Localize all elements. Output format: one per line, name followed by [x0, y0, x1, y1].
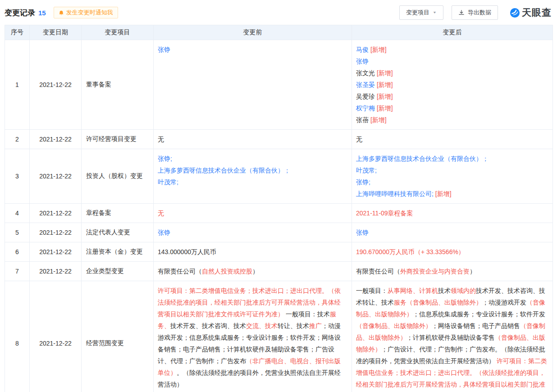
text-segment: 无 — [356, 136, 362, 143]
chevron-down-icon: ▼ — [433, 11, 437, 14]
export-data-button[interactable]: 导出数据 — [452, 5, 498, 20]
cell-line: 2021-11-09章程备案 — [356, 207, 547, 219]
cell-line: 无 — [158, 133, 346, 145]
cell-no: 3 — [5, 149, 30, 204]
text-segment: 吴爱珍 — [356, 93, 375, 100]
cell-item: 经营范围变更 — [82, 281, 154, 392]
cell-item: 许可经营项目变更 — [82, 130, 154, 149]
new-tag: [新增] — [369, 46, 387, 53]
entity-link[interactable]: 马俊 — [356, 46, 369, 53]
cell-before: 张铮 — [154, 40, 352, 130]
entity-link[interactable]: 张铮 — [158, 229, 170, 236]
export-button-label: 导出数据 — [468, 9, 491, 17]
cell-line: 143.000000万人民币 — [158, 246, 346, 258]
cell-no: 1 — [5, 40, 30, 130]
cell-before: 张铮;上海多萝西呀信息技术合伙企业（有限合伙）；叶茂常; — [154, 149, 352, 204]
entity-link[interactable]: 上海多萝西呀信息技术合伙企业（有限合伙）； — [158, 167, 290, 174]
cell-line: 张铮 — [158, 227, 346, 238]
cell-line: 张文光 [新增] — [356, 67, 547, 79]
table-row: 12021-12-22董事备案张铮马俊 [新增]张铮张文光 [新增]张圣晏 [新… — [5, 40, 553, 130]
text-segment: 转让、技术 — [278, 322, 309, 329]
filter-button-label: 变更项目 — [406, 9, 429, 17]
column-header: 变更后 — [352, 25, 553, 40]
cell-line: 上海哔哩哔哩科技有限公司; [新增] — [356, 188, 547, 200]
table-row: 32021-12-22投资人（股权）变更张铮;上海多萝西呀信息技术合伙企业（有限… — [5, 149, 553, 204]
entity-link[interactable]: 张铮; — [356, 178, 370, 186]
new-tag: [新增] — [375, 105, 393, 112]
cell-line: 有限责任公司（外商投资企业与内资合资） — [356, 265, 547, 277]
entity-link[interactable]: 张铮 — [356, 58, 369, 65]
column-header: 序号 — [5, 25, 30, 40]
cell-no: 7 — [5, 262, 30, 281]
text-segment: 自然人投资或控股 — [202, 268, 252, 275]
text-segment: 2021-11-09章程备案 — [356, 210, 413, 217]
text-segment: 从事网络、计算机 — [388, 287, 438, 294]
notify-on-change-button[interactable]: 发生变更时通知我 — [54, 7, 118, 18]
text-segment: ；信息系统集成服务；专业设计服务；软件开发 — [413, 310, 545, 318]
cell-line: 叶茂常; — [158, 176, 346, 188]
text-segment: 。（除依法须经批准的项目外，凭营业执照依法自主开展经营活动） — [158, 369, 341, 388]
cell-line: 张铮; — [356, 176, 547, 188]
entity-link[interactable]: 上海哔哩哔哩科技有限公司; — [356, 190, 434, 197]
cell-date: 2021-12-22 — [30, 262, 82, 281]
new-tag: [新增] — [369, 116, 387, 123]
notify-button-label: 发生变更时通知我 — [66, 9, 113, 17]
cell-line: 无 — [158, 207, 346, 219]
cell-line: 许可项目：第二类增值电信业务；技术进出口；进出口代理。（依法须经批准的项目，经相… — [158, 285, 346, 390]
cell-after: 有限责任公司（外商投资企业与内资合资） — [352, 262, 553, 281]
cell-before: 无 — [154, 130, 352, 149]
text-segment: 一般项目： — [356, 287, 388, 294]
text-segment: 有限责任公司（ — [356, 268, 400, 275]
change-item-filter-dropdown[interactable]: 变更项目 ▼ — [399, 5, 443, 20]
text-segment: 技术 — [438, 287, 451, 294]
entity-link[interactable]: 叶茂常; — [356, 167, 377, 174]
cell-date: 2021-12-22 — [30, 281, 82, 392]
new-tag: [新增] — [375, 69, 393, 77]
entity-link[interactable]: 张铮 — [158, 46, 170, 53]
text-segment: 有限责任公司（ — [158, 268, 202, 275]
cell-before: 张铮 — [154, 223, 352, 242]
cell-line: 吴爱珍 [新增] — [356, 91, 547, 102]
cell-line: 张铮; — [158, 153, 346, 164]
cell-date: 2021-12-22 — [30, 40, 82, 130]
text-segment: ；网络设备销售；电子产品销售 — [432, 322, 520, 329]
cell-after: 190.670000万人民币（+ 33.33566%） — [352, 242, 553, 262]
text-segment: 推广 — [309, 322, 322, 329]
cell-item: 章程备案 — [82, 204, 154, 223]
table-row: 72021-12-22企业类型变更有限责任公司（自然人投资或控股）有限责任公司（… — [5, 262, 553, 281]
cell-line: 张铮 — [356, 55, 547, 67]
entity-link[interactable]: 张铮 — [356, 229, 369, 236]
tianyancha-logo: 天眼查 — [510, 6, 552, 19]
cell-item: 法定代表人变更 — [82, 223, 154, 242]
entity-link[interactable]: 权宁梅 — [356, 105, 375, 112]
cell-no: 5 — [5, 223, 30, 242]
record-count: 15 — [38, 9, 46, 17]
section-header: 变更记录 15 发生变更时通知我 变更项目 ▼ 导出数据 天眼查 — [0, 0, 557, 25]
cell-date: 2021-12-22 — [30, 204, 82, 223]
cell-line: 叶茂常; — [356, 164, 547, 176]
cell-line: 权宁梅 [新增] — [356, 102, 547, 114]
cell-item: 董事备案 — [82, 40, 154, 130]
cell-before: 有限责任公司（自然人投资或控股） — [154, 262, 352, 281]
text-segment: （音像制品、出版物除外） — [356, 322, 432, 329]
cell-line: 一般项目：从事网络、计算机技术领域内的技术开发、技术咨询、技术转让、技术服务（音… — [356, 285, 547, 392]
cell-before: 许可项目：第二类增值电信业务；技术进出口；进出口代理。（依法须经批准的项目，经相… — [154, 281, 352, 392]
cell-item: 注册资本（金）变更 — [82, 242, 154, 262]
text-segment: ） — [470, 268, 476, 275]
table-row: 22021-12-22许可经营项目变更无无 — [5, 130, 553, 149]
cell-line: 有限责任公司（自然人投资或控股） — [158, 265, 346, 277]
entity-link[interactable]: 张铮; — [158, 155, 172, 162]
text-segment: 张蓓 — [356, 116, 369, 123]
table-row: 42021-12-22章程备案无2021-11-09章程备案 — [5, 204, 553, 223]
cell-before: 无 — [154, 204, 352, 223]
column-header: 变更前 — [154, 25, 352, 40]
entity-link[interactable]: 张圣晏 — [356, 81, 375, 88]
new-tag: [新增] — [375, 81, 393, 88]
table-row: 52021-12-22法定代表人变更张铮张铮 — [5, 223, 553, 242]
entity-link[interactable]: 叶茂常; — [158, 178, 178, 186]
cell-after: 2021-11-09章程备案 — [352, 204, 553, 223]
cell-line: 马俊 [新增] — [356, 44, 547, 55]
entity-link[interactable]: 上海多萝西呀信息技术合伙企业（有限合伙）； — [356, 155, 489, 162]
table-header-row: 序号变更日期变更项目变更前变更后 — [5, 25, 553, 40]
cell-after: 张铮 — [352, 223, 553, 242]
